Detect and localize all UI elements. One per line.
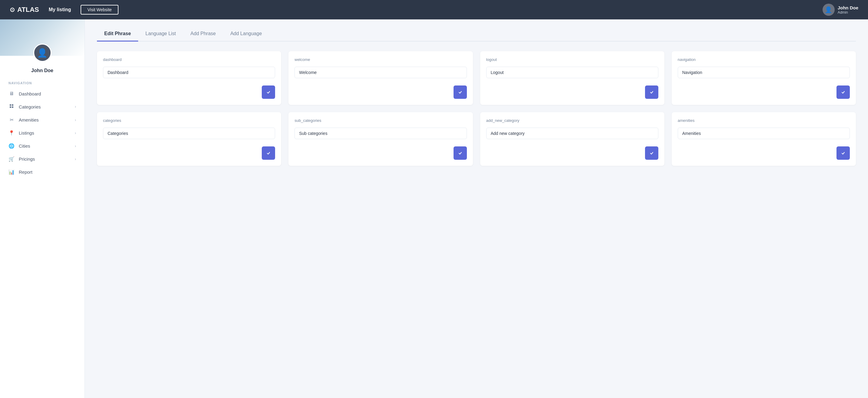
chevron-right-icon-amenities: › xyxy=(75,118,76,122)
phrase-grid: dashboard welcome logout xyxy=(97,51,856,166)
cities-icon: 🌐 xyxy=(8,143,14,149)
card-footer-amenities xyxy=(678,146,850,160)
card-footer-dashboard xyxy=(103,86,275,99)
phrase-card-dashboard: dashboard xyxy=(97,51,281,105)
sidebar-item-dashboard[interactable]: 🖥 Dashboard xyxy=(0,87,85,100)
svg-point-2 xyxy=(649,89,654,95)
tab-add-language[interactable]: Add Language xyxy=(223,27,269,41)
sidebar-label-listings: Listings xyxy=(19,130,34,135)
sidebar-item-amenities[interactable]: ✂ Amenities › xyxy=(0,113,85,126)
my-listing-label: My listing xyxy=(49,7,71,12)
phrase-key-dashboard: dashboard xyxy=(103,57,275,62)
layout: 👤 John Doe NAVIGATION 🖥 Dashboard Catego… xyxy=(0,20,868,398)
user-info: John Doe Admin xyxy=(838,5,858,14)
phrase-key-sub_categories: sub_categories xyxy=(294,118,467,123)
card-footer-categories xyxy=(103,146,275,160)
card-footer-sub_categories xyxy=(294,146,467,160)
svg-point-4 xyxy=(266,150,271,156)
sidebar-label-categories: Categories xyxy=(19,104,41,110)
card-footer-navigation xyxy=(678,86,850,99)
logo-text: ATLAS xyxy=(17,6,39,13)
sidebar-item-cities[interactable]: 🌐 Cities › xyxy=(0,140,85,152)
phrase-key-amenities: amenities xyxy=(678,118,850,123)
sidebar-label-cities: Cities xyxy=(19,143,30,149)
phrase-card-logout: logout xyxy=(480,51,664,105)
visit-website-button[interactable]: Visit Website xyxy=(81,5,118,14)
dashboard-icon: 🖥 xyxy=(8,91,14,96)
amenities-icon: ✂ xyxy=(8,117,14,123)
tabs-bar: Edit Phrase Language List Add Phrase Add… xyxy=(97,27,856,41)
phrase-card-categories: categories xyxy=(97,112,281,166)
phrase-input-welcome[interactable] xyxy=(294,67,467,78)
sidebar-item-categories[interactable]: Categories › xyxy=(0,100,85,113)
phrase-key-welcome: welcome xyxy=(294,57,467,62)
phrase-card-amenities: amenities xyxy=(672,112,856,166)
listings-icon: 📍 xyxy=(8,130,14,136)
user-name: John Doe xyxy=(838,5,858,10)
card-footer-logout xyxy=(486,86,658,99)
sidebar-label-amenities: Amenities xyxy=(19,117,39,122)
report-icon: 📊 xyxy=(8,169,14,175)
phrase-card-welcome: welcome xyxy=(288,51,473,105)
user-area: 👤 John Doe Admin xyxy=(823,4,858,16)
phrase-save-btn-welcome[interactable] xyxy=(454,86,467,99)
sidebar-item-pricings[interactable]: 🛒 Pricings › xyxy=(0,152,85,165)
tab-edit-phrase[interactable]: Edit Phrase xyxy=(97,27,138,41)
categories-icon xyxy=(8,104,14,110)
chevron-right-icon-listings: › xyxy=(75,131,76,135)
sidebar: 👤 John Doe NAVIGATION 🖥 Dashboard Catego… xyxy=(0,20,85,398)
sidebar-item-report[interactable]: 📊 Report xyxy=(0,165,85,179)
phrase-save-btn-dashboard[interactable] xyxy=(262,86,275,99)
phrase-save-btn-logout[interactable] xyxy=(645,86,658,99)
svg-point-7 xyxy=(840,150,846,156)
phrase-input-add_new_category[interactable] xyxy=(486,128,658,139)
sidebar-label-pricings: Pricings xyxy=(19,156,35,161)
card-footer-welcome xyxy=(294,86,467,99)
phrase-input-navigation[interactable] xyxy=(678,67,850,78)
sidebar-hero: 👤 xyxy=(0,20,85,56)
svg-point-6 xyxy=(649,150,654,156)
sidebar-label-report: Report xyxy=(19,170,32,175)
phrase-save-btn-amenities[interactable] xyxy=(836,146,850,160)
svg-point-1 xyxy=(458,89,463,95)
topnav-left: ⊙ ATLAS My listing Visit Website xyxy=(10,5,119,14)
sidebar-username: John Doe xyxy=(0,65,85,76)
chevron-right-icon-pricings: › xyxy=(75,157,76,161)
sidebar-item-listings[interactable]: 📍 Listings › xyxy=(0,126,85,140)
phrase-save-btn-add_new_category[interactable] xyxy=(645,146,658,160)
user-role: Admin xyxy=(838,10,858,14)
phrase-key-navigation: navigation xyxy=(678,57,850,62)
chevron-right-icon: › xyxy=(75,104,76,109)
card-footer-add_new_category xyxy=(486,146,658,160)
nav-section-label: NAVIGATION xyxy=(0,76,85,87)
phrase-save-btn-categories[interactable] xyxy=(262,146,275,160)
phrase-input-dashboard[interactable] xyxy=(103,67,275,78)
phrase-key-add_new_category: add_new_category xyxy=(486,118,658,123)
phrase-key-logout: logout xyxy=(486,57,658,62)
logo-icon: ⊙ xyxy=(10,6,15,13)
phrase-input-logout[interactable] xyxy=(486,67,658,78)
topnav: ⊙ ATLAS My listing Visit Website 👤 John … xyxy=(0,0,868,20)
logo: ⊙ ATLAS xyxy=(10,6,39,13)
chevron-right-icon-cities: › xyxy=(75,144,76,148)
phrase-input-amenities[interactable] xyxy=(678,128,850,139)
user-avatar: 👤 xyxy=(823,4,835,16)
phrase-card-navigation: navigation xyxy=(672,51,856,105)
sidebar-label-dashboard: Dashboard xyxy=(19,91,41,96)
svg-point-5 xyxy=(458,150,463,156)
phrase-card-sub_categories: sub_categories xyxy=(288,112,473,166)
phrase-save-btn-navigation[interactable] xyxy=(836,86,850,99)
phrase-key-categories: categories xyxy=(103,118,275,123)
phrase-input-categories[interactable] xyxy=(103,128,275,139)
svg-point-0 xyxy=(266,89,271,95)
phrase-save-btn-sub_categories[interactable] xyxy=(454,146,467,160)
pricings-icon: 🛒 xyxy=(8,156,14,162)
svg-point-3 xyxy=(840,89,846,95)
phrase-input-sub_categories[interactable] xyxy=(294,128,467,139)
tab-language-list[interactable]: Language List xyxy=(138,27,183,41)
phrase-card-add_new_category: add_new_category xyxy=(480,112,664,166)
main-content: Edit Phrase Language List Add Phrase Add… xyxy=(85,20,868,398)
sidebar-avatar: 👤 xyxy=(33,44,52,62)
tab-add-phrase[interactable]: Add Phrase xyxy=(183,27,223,41)
